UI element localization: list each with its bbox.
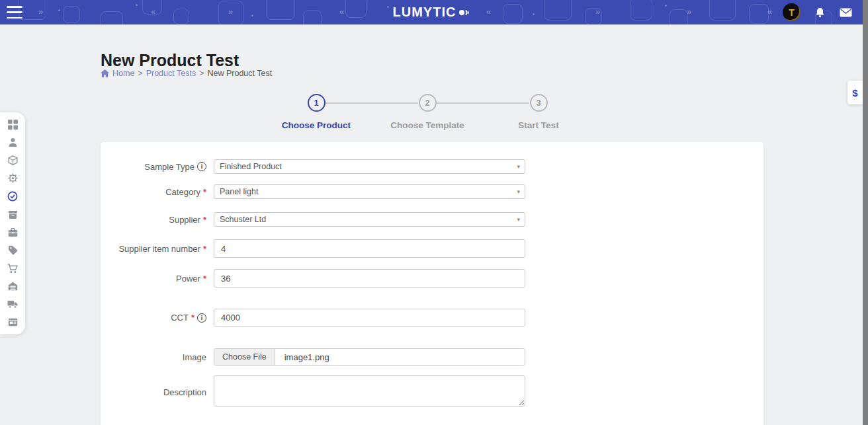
power-input[interactable]	[214, 269, 525, 288]
required-asterisk: *	[203, 274, 206, 284]
avatar-initial: T	[789, 7, 795, 18]
supplier-item-number-input[interactable]	[214, 239, 525, 258]
app-logo: LUMYTIC	[0, 0, 863, 24]
step-circle[interactable]: 1	[308, 94, 326, 112]
user-avatar[interactable]: T	[783, 3, 801, 21]
description-textarea[interactable]	[214, 375, 525, 406]
sidebar-item-users[interactable]	[7, 137, 18, 147]
page-title: New Product Test	[101, 51, 239, 70]
required-asterisk: *	[191, 313, 195, 323]
logo-bulb-icon	[458, 7, 470, 19]
image-file-input[interactable]: Choose File image1.png	[214, 348, 525, 366]
currency-side-tab[interactable]: $	[847, 81, 863, 104]
sidebar-item-settings[interactable]	[7, 173, 18, 184]
caret-down-icon: ▾	[517, 188, 520, 195]
field-label: Description	[163, 387, 206, 397]
step-label: Start Test	[518, 120, 558, 130]
caret-down-icon: ▾	[517, 216, 520, 223]
form-row-sample-type: Sample Type i Finished Product ▾	[101, 159, 763, 174]
file-name: image1.png	[284, 352, 329, 362]
sidebar-item-shipping[interactable]	[7, 299, 18, 310]
field-label: Category	[165, 187, 200, 197]
users-icon	[8, 137, 18, 147]
breadcrumb-home-link[interactable]: Home	[112, 69, 134, 78]
vertical-scrollbar[interactable]	[863, 0, 868, 425]
sidebar-item-cart[interactable]	[7, 263, 18, 274]
category-select[interactable]: Panel light ▾	[214, 184, 525, 199]
sidebar-item-dashboard[interactable]	[7, 119, 18, 130]
form-row-image: Image Choose File image1.png	[101, 348, 763, 366]
step-circle[interactable]: 3	[530, 94, 548, 112]
form-card: Sample Type i Finished Product ▾ Categor…	[101, 142, 763, 425]
briefcase-icon	[8, 228, 18, 237]
breadcrumb-separator: >	[199, 69, 204, 78]
form-row-supplier: Supplier * Schuster Ltd ▾	[101, 212, 763, 227]
warehouse-icon	[8, 282, 18, 291]
form-row-cct: CCT * i	[101, 309, 763, 327]
field-label: Sample Type	[144, 162, 195, 172]
form-row-description: Description	[101, 375, 763, 409]
truck-icon	[7, 300, 18, 309]
field-label: Supplier	[169, 215, 200, 225]
cct-input[interactable]	[214, 309, 525, 327]
sidebar-item-tags[interactable]	[7, 245, 18, 256]
settings-gear-icon	[8, 173, 18, 183]
choose-file-button[interactable]: Choose File	[214, 349, 275, 365]
form-row-supplier-item-number: Supplier item number *	[101, 239, 763, 258]
step-start-test[interactable]: 3 Start Test	[483, 94, 594, 130]
sidebar-item-jobs[interactable]	[7, 227, 18, 238]
form-row-category: Category * Panel light ▾	[101, 184, 763, 199]
caret-down-icon: ▾	[517, 163, 520, 170]
field-label: Supplier item number	[118, 244, 200, 254]
step-label: Choose Product	[282, 120, 351, 130]
required-asterisk: *	[203, 187, 206, 197]
mail-icon[interactable]	[840, 8, 852, 17]
step-circle[interactable]: 2	[419, 94, 437, 112]
icon-sidebar	[0, 112, 25, 334]
select-value: Panel light	[220, 187, 258, 196]
products-cube-icon	[8, 155, 18, 165]
select-value: Finished Product	[220, 162, 282, 171]
step-choose-template[interactable]: 2 Choose Template	[372, 94, 483, 130]
dashboard-icon	[8, 120, 18, 130]
info-icon[interactable]: i	[197, 162, 206, 171]
field-label: Power	[176, 274, 200, 284]
notifications-bell-icon[interactable]	[815, 7, 825, 18]
navbar-right-actions: T	[783, 0, 852, 24]
step-label: Choose Template	[390, 120, 464, 130]
orders-invoice-icon	[8, 318, 18, 327]
breadcrumb-separator: >	[138, 69, 142, 78]
wizard-stepper: 1 Choose Product 2 Choose Template 3 Sta…	[261, 94, 594, 132]
select-value: Schuster Ltd	[220, 215, 266, 224]
form-row-power: Power *	[101, 269, 763, 288]
info-icon[interactable]: i	[197, 313, 206, 323]
sidebar-item-product-tests[interactable]	[7, 191, 18, 202]
field-label: Image	[183, 352, 206, 362]
sidebar-item-inventory[interactable]	[7, 209, 18, 219]
inventory-archive-icon	[8, 210, 18, 219]
sample-type-select[interactable]: Finished Product ▾	[214, 159, 525, 174]
dollar-icon: $	[852, 87, 857, 98]
sidebar-item-warehouse[interactable]	[7, 281, 18, 291]
required-asterisk: *	[203, 244, 206, 254]
required-asterisk: *	[203, 215, 206, 225]
breadcrumb: Home > Product Tests > New Product Test	[101, 69, 272, 78]
home-icon	[101, 69, 109, 77]
logo-text: LUMYTIC	[393, 5, 456, 20]
breadcrumb-current: New Product Test	[207, 69, 272, 78]
supplier-select[interactable]: Schuster Ltd ▾	[214, 212, 525, 227]
product-tests-check-icon	[7, 191, 18, 202]
tag-icon	[8, 245, 18, 255]
top-navbar: » « » « « » » « LUMYTIC T	[0, 0, 863, 24]
step-choose-product[interactable]: 1 Choose Product	[261, 94, 372, 130]
cart-icon	[7, 264, 18, 274]
field-label: CCT	[171, 313, 189, 323]
sidebar-item-orders[interactable]	[7, 317, 18, 328]
breadcrumb-product-tests-link[interactable]: Product Tests	[146, 69, 196, 78]
sidebar-item-products[interactable]	[7, 155, 18, 166]
